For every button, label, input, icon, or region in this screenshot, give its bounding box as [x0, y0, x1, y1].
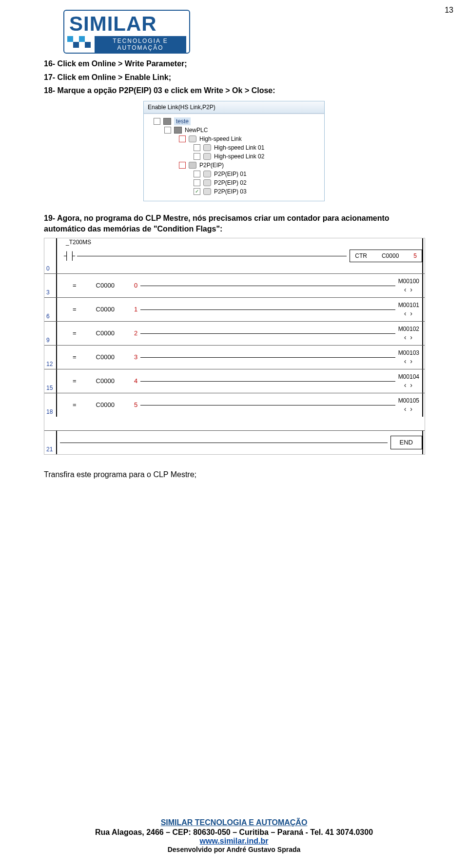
company-logo: SIMILAR TECNOLOGIA E AUTOMAÇÃO	[63, 10, 424, 54]
rung-number: 21	[44, 431, 57, 454]
dialog-body: teste NewPLC High-speed Link	[144, 114, 324, 201]
coil-icon: ‹ ›	[404, 333, 413, 342]
dialog-title: Enable Link(HS Link,P2P)	[144, 101, 324, 114]
link-icon	[203, 179, 211, 186]
footer-developer: Desenvolvido por André Gustavo Sprada	[0, 846, 468, 853]
coil-icon: ‹ ›	[404, 381, 413, 390]
checkbox-icon[interactable]	[194, 171, 200, 177]
compare-block: = C0000 0	[73, 281, 137, 290]
contact-icon: ┤ ├	[64, 251, 74, 261]
step-16: 16- Click em Online > Write Parameter;	[44, 58, 424, 69]
link-icon	[203, 144, 211, 151]
checkbox-icon[interactable]	[154, 118, 160, 125]
rung-number: 18	[44, 393, 57, 417]
tree-label: teste	[174, 117, 191, 125]
rung-9: 9 = C0000 2 M00102‹ ›	[44, 321, 425, 345]
tree-row-p2p[interactable]: P2P(EIP)	[147, 161, 321, 170]
compare-value: 1	[134, 305, 137, 314]
rung-6: 6 = C0000 1 M00101‹ ›	[44, 297, 425, 321]
compare-value: 5	[134, 401, 137, 409]
page-number: 13	[445, 6, 453, 15]
link-icon	[189, 135, 196, 142]
ctr-value: 5	[413, 252, 417, 260]
end-box: END	[390, 436, 422, 449]
tree-row-p2p03[interactable]: P2P(EIP) 03	[147, 187, 321, 196]
rung-15: 15 = C0000 4 M00104‹ ›	[44, 369, 425, 393]
p2p-icon	[189, 162, 196, 169]
coil-address: M00103	[398, 349, 419, 357]
coil-address: M00102	[398, 325, 419, 333]
tree-label: NewPLC	[185, 126, 208, 134]
compare-value: 2	[134, 329, 137, 338]
tree-row-hsl01[interactable]: High-speed Link 01	[147, 143, 321, 152]
link-icon	[203, 188, 211, 195]
body-content: 16- Click em Online > Write Parameter; 1…	[44, 58, 424, 480]
coil-icon: ‹ ›	[404, 357, 413, 366]
step-17: 17- Click em Online > Enable Link;	[44, 72, 424, 83]
logo-checker-icon	[67, 36, 91, 48]
plc-icon	[174, 127, 182, 134]
compare-addr: C0000	[96, 305, 115, 314]
link-icon	[203, 171, 211, 177]
tree-row-hsl02[interactable]: High-speed Link 02	[147, 152, 321, 161]
rung-3: 3 = C0000 0 M00100 ‹ ›	[44, 273, 425, 297]
tree-row-newplc[interactable]: NewPLC	[147, 126, 321, 135]
rung-end: 21 END	[44, 430, 425, 454]
plc-icon	[163, 118, 171, 125]
step-18: 18- Marque a opção P2P(EIP) 03 e click e…	[44, 85, 424, 96]
ctr-addr: C0000	[382, 252, 399, 260]
page: 13 SIMILAR TECNOLOGIA E AUTOMAÇÃO 16- Cl…	[0, 0, 468, 868]
compare-value: 3	[134, 353, 137, 362]
transfer-instruction: Transfira este programa para o CLP Mestr…	[44, 469, 424, 480]
checkbox-icon[interactable]	[164, 127, 171, 134]
rung-condition: _T200MS	[66, 238, 91, 246]
tree-label: High-speed Link	[199, 135, 242, 143]
checkbox-icon[interactable]	[194, 144, 200, 151]
rung-number: 3	[44, 274, 57, 297]
tree-row-hsl[interactable]: High-speed Link	[147, 135, 321, 143]
coil-address: M00105	[398, 397, 419, 405]
compare-addr: C0000	[96, 377, 115, 386]
rung-number: 12	[44, 346, 57, 369]
wire	[77, 256, 347, 256]
coil-address: M00104	[398, 373, 419, 381]
tree-row-p2p02[interactable]: P2P(EIP) 02	[147, 178, 321, 187]
logo-sub-wrap: TECNOLOGIA E AUTOMAÇÃO	[67, 36, 186, 53]
ctr-box: CTR C0000 5	[350, 250, 422, 262]
checkbox-icon-checked[interactable]	[194, 188, 200, 195]
rung-number: 6	[44, 298, 57, 321]
footer-website-link[interactable]: www.similar.ind.br	[200, 837, 269, 845]
coil: M00100 ‹ ›	[398, 277, 419, 294]
rung-number: 9	[44, 322, 57, 345]
checkbox-icon[interactable]	[179, 135, 186, 142]
rung-18: 18 = C0000 5 M00105‹ ›	[44, 393, 425, 417]
tree-label: P2P(EIP) 03	[214, 188, 247, 195]
compare-value: 0	[134, 281, 137, 290]
tree-label: High-speed Link 01	[214, 144, 264, 152]
enable-link-screenshot: Enable Link(HS Link,P2P) teste NewPLC	[143, 101, 325, 201]
tree-row-p2p01[interactable]: P2P(EIP) 01	[147, 170, 321, 178]
checkbox-icon[interactable]	[194, 153, 200, 160]
compare-addr: C0000	[96, 281, 115, 290]
tree-label: High-speed Link 02	[214, 153, 264, 160]
ctr-op: CTR	[355, 252, 367, 260]
rung-number: 0	[44, 238, 57, 273]
coil-icon: ‹ ›	[404, 405, 413, 414]
logo-box: SIMILAR TECNOLOGIA E AUTOMAÇÃO	[63, 10, 190, 54]
compare-value: 4	[134, 377, 137, 386]
rung-number: 15	[44, 369, 57, 393]
ladder-diagram: 0 _T200MS ┤ ├ CTR C0000 5 3	[44, 238, 425, 455]
logo-text-main: SIMILAR	[67, 13, 186, 35]
compare-addr: C0000	[96, 329, 115, 338]
checkbox-icon[interactable]	[179, 162, 186, 169]
rung-12: 12 = C0000 3 M00103‹ ›	[44, 345, 425, 369]
compare-addr: C0000	[96, 353, 115, 362]
tree-label: P2P(EIP)	[199, 161, 224, 169]
tree-row-teste[interactable]: teste	[147, 117, 321, 126]
footer-address: Rua Alagoas, 2466 – CEP: 80630-050 – Cur…	[0, 828, 468, 837]
footer-company: SIMILAR TECNOLOGIA E AUTOMAÇÃO	[0, 818, 468, 827]
checkbox-icon[interactable]	[194, 179, 200, 186]
link-icon	[203, 153, 211, 160]
coil-icon: ‹ ›	[404, 285, 413, 294]
rung-0: 0 _T200MS ┤ ├ CTR C0000 5	[44, 238, 425, 273]
